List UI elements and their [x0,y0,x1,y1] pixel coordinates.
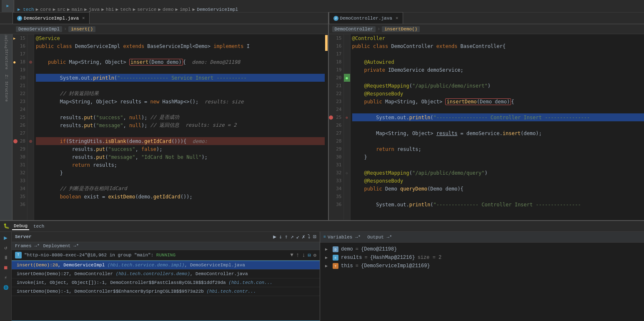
rcode-line-31 [352,161,644,169]
frames-tab[interactable]: Frames →* [15,243,40,248]
toolbar-btn-7[interactable]: ⤵ [308,234,311,240]
variables-label[interactable]: ≡ Variables →* [323,235,361,240]
structure-sidebar-icon[interactable]: Structure [2,47,11,72]
line-19: 19 [13,66,27,74]
breadcrumb-main[interactable]: main [72,7,83,12]
pause-icon[interactable]: ⏸ [2,253,10,262]
rcode-line-24 [352,105,644,113]
stack-frame-3[interactable]: insertDemo(Demo):-1, DemoController$$Enh… [12,287,320,296]
code-line-19 [36,66,325,74]
rline-21: 21 [329,82,343,90]
toolbar-btn-6[interactable]: ✗ [302,233,305,240]
rline-24: 24 [329,105,343,113]
web-icon[interactable]: 🌐 [2,283,10,292]
line-30: 30 [13,153,27,161]
line-18: ●18 [13,58,27,66]
rline-15: 15 [329,34,343,42]
settings-icon[interactable]: ⚙ [313,252,316,258]
breadcrumb-src[interactable]: src [57,7,65,12]
rline-25: 25 [329,113,343,121]
tech-tab[interactable]: tech [32,223,46,230]
rline-29: 29 [329,145,343,153]
line-26: 26 [13,121,27,129]
var-results[interactable]: ▶ ≡ results = {HashMap@21216} size = 2 [320,253,644,262]
rline-22: 22 [329,90,343,98]
java-file-icon-right: J [333,16,338,21]
thread-icon: T [15,252,22,258]
var-this-value: {DemoServiceImpl@21169} [361,263,430,269]
line-31: 31 [13,161,27,169]
right-tab-label: DemoController.java [340,16,392,21]
rcode-line-19: private IDemoService demoService; [352,66,644,74]
code-line-31: return results; [36,161,325,169]
rline-28: 28 [329,137,343,145]
jrebel-icon[interactable]: ⚡ [2,273,10,282]
line-28: 28 [13,137,27,145]
breadcrumb-impl[interactable]: impl [180,7,190,12]
rcode-line-20 [352,74,644,82]
rline-31: 31 [329,161,343,169]
toolbar-btn-4[interactable]: ↗ [291,233,294,240]
breadcrumb-service[interactable]: service [137,7,156,12]
left-bc-class[interactable]: DemoServiceImpl [16,26,62,32]
debug-tab[interactable]: Debug [12,223,29,230]
project-sidebar-icon[interactable]: Project [2,36,11,45]
results-type-icon: ≡ [333,255,338,261]
stack-frame-0[interactable]: insert(Demo):28, DemoServiceImpl (hbi.te… [12,261,320,270]
right-bc-class[interactable]: DemoController [332,26,376,32]
right-editor-tab[interactable]: J DemoController.java × [329,12,403,24]
left-bc-method[interactable]: insert() [68,26,95,32]
rcode-line-18: @Autowired [352,58,644,66]
right-tab-close[interactable]: × [396,16,398,21]
deployment-tab[interactable]: Deployment →* [43,243,79,248]
toolbar-btn-2[interactable]: ⇓ [279,233,282,240]
left-editor-tab[interactable]: J DemoServiceImpl.java × [13,12,90,24]
demo-type-icon: D [333,246,338,252]
code-line-29: results.put("success", false); [36,145,325,153]
rcode-line-36: System.out.println("-------------- Contr… [352,201,644,208]
rcode-line-28 [352,137,644,145]
var-this[interactable]: ▶ T this = {DemoServiceImpl@21169} [320,262,644,270]
stack-frame-1[interactable]: insertDemo(Demo):27, DemoController (hbi… [12,270,320,278]
resume-icon[interactable]: ▶ [2,233,10,242]
left-tab-label: DemoServiceImpl.java [24,16,79,21]
var-demo[interactable]: ▶ D demo = {Demo@21198} [320,245,644,253]
filter-icon[interactable]: ⊟ [308,252,311,258]
line-20: 20 [13,74,27,82]
breadcrumb-java[interactable]: java [89,7,100,12]
code-line-34: // 判断是否存在相同IdCard [36,185,325,193]
line-15: ▶15 [13,34,27,42]
stack-frame-2[interactable]: invoke(int, Object, Object[]):-1, DemoCo… [12,278,320,287]
rcode-line-25: System.out.println("----------------- Co… [352,113,644,121]
toolbar-btn-8[interactable]: ⊡ [313,233,316,240]
expand-demo-icon[interactable]: ▶ [325,247,330,252]
rcode-line-30: } [352,153,644,161]
thread-dropdown[interactable]: ▼ [291,252,293,258]
rline-23: 23 [329,98,343,105]
toolbar-btn-5[interactable]: ↙ [296,233,300,240]
step-over-icon[interactable]: ↺ [2,243,10,252]
expand-results-icon[interactable]: ▶ [325,255,330,260]
breadcrumb-tech2[interactable]: tech [120,7,131,12]
left-tab-close[interactable]: × [82,16,85,21]
nav-down-icon[interactable]: ↓ [302,252,305,258]
output-label[interactable]: Output →* [367,235,392,240]
expand-this-icon[interactable]: ▶ [325,263,330,268]
right-bc-method[interactable]: insertDemo() [382,26,420,32]
breadcrumb-demoserviceimpl[interactable]: DemoServiceImpl [197,7,238,12]
breadcrumb-tech[interactable]: ▶ tech [18,7,34,12]
line-24: 24 [13,105,27,113]
line-16: 16 [13,42,27,50]
breadcrumb-demo[interactable]: demo [163,7,173,12]
stop-icon[interactable]: ⏹ [2,263,10,272]
nav-up-icon[interactable]: ↑ [296,252,299,258]
project-icon[interactable]: ▶ [2,0,14,12]
rline-34: 34 [329,185,343,193]
line-22: 22 [13,90,27,98]
zstructure-sidebar-icon[interactable]: Z: Structure [2,73,11,103]
rline-20: 20 [329,74,343,82]
breadcrumb-core[interactable]: core [40,7,51,12]
breadcrumb-hbi[interactable]: hbi [106,7,114,12]
toolbar-btn-1[interactable]: ▶ [273,233,276,240]
toolbar-btn-3[interactable]: ⇑ [285,233,288,240]
